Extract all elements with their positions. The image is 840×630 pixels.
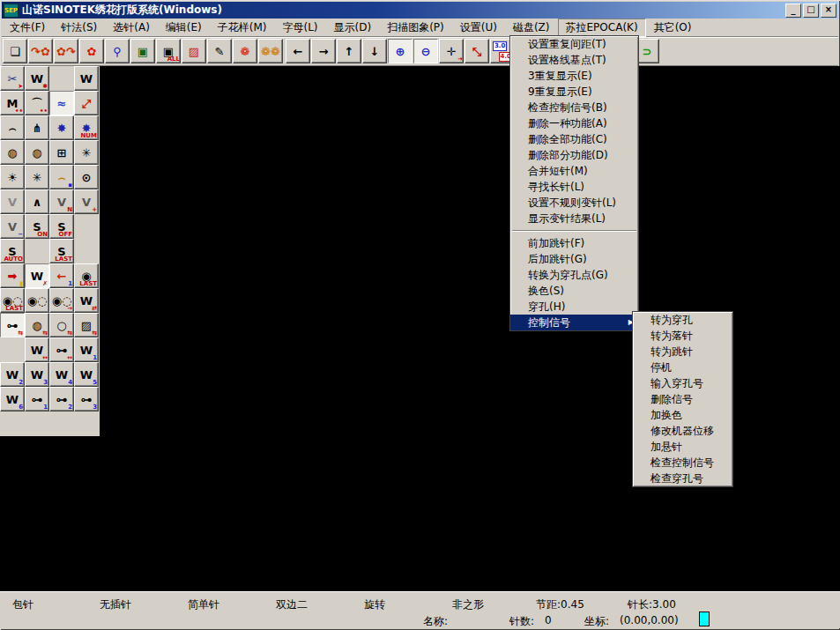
hatch-display-button[interactable]: ▨ (182, 39, 206, 63)
w-6-button[interactable]: W6 (0, 387, 25, 411)
menu-item[interactable]: 转为跳针 (633, 344, 732, 359)
ellipse-convert-button[interactable]: ○⇆ (49, 313, 74, 337)
menubar-item-3[interactable]: 选针(A) (105, 19, 158, 37)
polyline-input-button[interactable]: M•• (0, 91, 25, 115)
needle-add-button[interactable]: V+ (74, 189, 99, 214)
radial-ring-button[interactable]: ☀ (0, 165, 25, 189)
branch-stitch-button[interactable]: ⋔ (25, 115, 49, 140)
curve-direction-button[interactable]: ≈ (49, 91, 74, 115)
flower-single-button[interactable]: ❁ (233, 39, 257, 63)
pan-up-button[interactable]: ↑ (337, 39, 361, 63)
zoom-out-button[interactable]: ⊖ (413, 39, 438, 63)
thread-color-indicator[interactable] (699, 611, 710, 626)
menubar-item-8[interactable]: 扫描图象(P) (379, 19, 452, 37)
menubar-item-11[interactable]: 苏拉EPOCA(K) (558, 19, 646, 37)
needle-down-button[interactable]: V (0, 189, 25, 214)
block-shift-button[interactable]: ➡▮ (0, 263, 25, 288)
view-lens-button[interactable]: ⚲ (105, 39, 130, 63)
stitch-pen-button[interactable]: ✎ (207, 39, 232, 63)
screen-text-button[interactable]: ▣ALL (156, 39, 181, 63)
menu-item[interactable]: 修改机器位移 (633, 423, 732, 439)
menu-item[interactable]: 删除一种功能(A) (510, 115, 638, 131)
angle-stitch-button[interactable]: ∧ (25, 189, 49, 214)
zigzag-stitch-button[interactable]: W (74, 66, 99, 91)
menu-item[interactable]: 穿孔(H) (510, 299, 638, 315)
s-auto-button[interactable]: SAUTO (0, 239, 25, 263)
arc-input-button[interactable]: ⌢ (0, 115, 25, 140)
menu-item[interactable]: 后加跳针(G) (510, 251, 638, 267)
circle-dot-button[interactable]: ⊙ (74, 165, 99, 189)
w-2-button[interactable]: W2 (0, 362, 25, 387)
delete-section-button[interactable]: W✗ (25, 263, 49, 288)
line-2-button[interactable]: ⊶2 (49, 387, 74, 411)
menu-item[interactable]: 检查穿孔号 (633, 471, 732, 486)
menu-item[interactable]: 删除全部功能(C) (510, 131, 638, 147)
satin-convert-button[interactable]: ◍⇆ (25, 313, 49, 337)
s-on-button[interactable]: SON (25, 214, 49, 239)
w-1-button[interactable]: W1 (74, 337, 99, 362)
w-span-button[interactable]: W↔ (25, 337, 49, 362)
pan-right-button[interactable]: → (311, 39, 336, 63)
needle-line-button[interactable]: ⤢ (74, 91, 99, 115)
menubar-item-9[interactable]: 设置(U) (452, 19, 505, 37)
satin-disc-button[interactable]: ◍ (0, 140, 25, 165)
star-num-button[interactable]: ✸NUM (74, 115, 99, 140)
manual-stitch-button[interactable]: W✱ (25, 66, 49, 91)
menu-item[interactable]: 转为穿孔 (633, 312, 732, 328)
w-5-button[interactable]: W5 (74, 362, 99, 387)
menu-item[interactable]: 输入穿孔号 (633, 375, 732, 391)
section-pair-button[interactable]: ◉◌ (25, 288, 49, 313)
satin-circle-button[interactable]: ◍ (25, 140, 49, 165)
menu-item[interactable]: 设置重复间距(T) (510, 36, 638, 52)
load-pattern-button[interactable]: ↷✿ (28, 39, 53, 63)
new-file-button[interactable]: ❏ (3, 39, 27, 63)
last-section-button[interactable]: ◉LAST (74, 263, 99, 288)
section-shift-button[interactable]: ◉◌→ (49, 288, 74, 313)
flower-string-button[interactable]: ❁❁ (258, 39, 283, 63)
menu-item[interactable]: 9重复显示(E) (510, 84, 638, 100)
radial-fill-button[interactable]: ✳ (74, 140, 99, 165)
last-section-pair-button[interactable]: ◉◌LAST (0, 288, 25, 313)
menu-item[interactable]: 停机 (633, 359, 732, 375)
zoom-in-button[interactable]: ⊕ (388, 39, 413, 63)
menu-item[interactable]: 删除信号 (633, 391, 732, 407)
maximize-button[interactable]: □ (803, 4, 819, 18)
back-one-stitch-button[interactable]: ←1 (49, 263, 74, 288)
menubar-item-1[interactable]: 文件(F) (2, 19, 53, 37)
menu-item[interactable]: 转换为穿孔点(G) (510, 267, 638, 283)
curve-input-button[interactable]: ⌒•• (25, 91, 49, 115)
close-button[interactable]: × (821, 4, 836, 18)
pattern-flower-button[interactable]: ✿ (79, 39, 104, 63)
w-swap-button[interactable]: W⇄ (74, 288, 99, 313)
radial-ellipse-button[interactable]: ✳ (25, 165, 49, 189)
menu-item[interactable]: 控制信号▶ (510, 315, 638, 330)
menu-item[interactable]: 检查控制信号(B) (510, 100, 638, 115)
w-4-button[interactable]: W4 (49, 362, 74, 387)
menu-item[interactable]: 检查控制信号 (633, 455, 732, 471)
pan-down-button[interactable]: ↓ (362, 39, 387, 63)
menu-item[interactable]: 加换色 (633, 407, 732, 423)
s-last-button[interactable]: SLAST (49, 239, 74, 263)
color-arc-button[interactable]: ⌢▪ (49, 165, 74, 189)
line-3-button[interactable]: ⊶3 (74, 387, 99, 411)
line-span-button[interactable]: ⊶↔ (49, 337, 74, 362)
menubar-item-7[interactable]: 显示(D) (326, 19, 380, 37)
add-cross-button[interactable]: ✛➜ (439, 39, 464, 63)
measure-button[interactable]: ⤡ (465, 39, 489, 63)
needle-sub-button[interactable]: V− (0, 214, 25, 239)
menubar-item-5[interactable]: 子花样(M) (210, 19, 275, 37)
pan-left-button[interactable]: ← (286, 39, 310, 63)
menu-item[interactable]: 转为落针 (633, 328, 732, 344)
menu-item[interactable]: 前加跳针(F) (510, 235, 638, 251)
menu-item[interactable]: 换色(S) (510, 283, 638, 299)
s-off-button[interactable]: SOFF (49, 214, 74, 239)
menubar-item-2[interactable]: 针法(S) (53, 19, 105, 37)
line-convert-button[interactable]: ⊶⇆ (0, 313, 25, 337)
menubar-item-4[interactable]: 编辑(E) (158, 19, 210, 37)
hatch-convert-button[interactable]: ▨⇆ (74, 313, 99, 337)
screen-preview-button[interactable]: ▣ (130, 39, 155, 63)
menu-item[interactable]: 显示变针结果(L) (510, 211, 638, 226)
menubar-item-10[interactable]: 磁盘(Z) (505, 19, 558, 37)
needle-n-button[interactable]: VN (49, 189, 74, 214)
menu-item[interactable]: 设置格线基点(T) (510, 52, 638, 68)
